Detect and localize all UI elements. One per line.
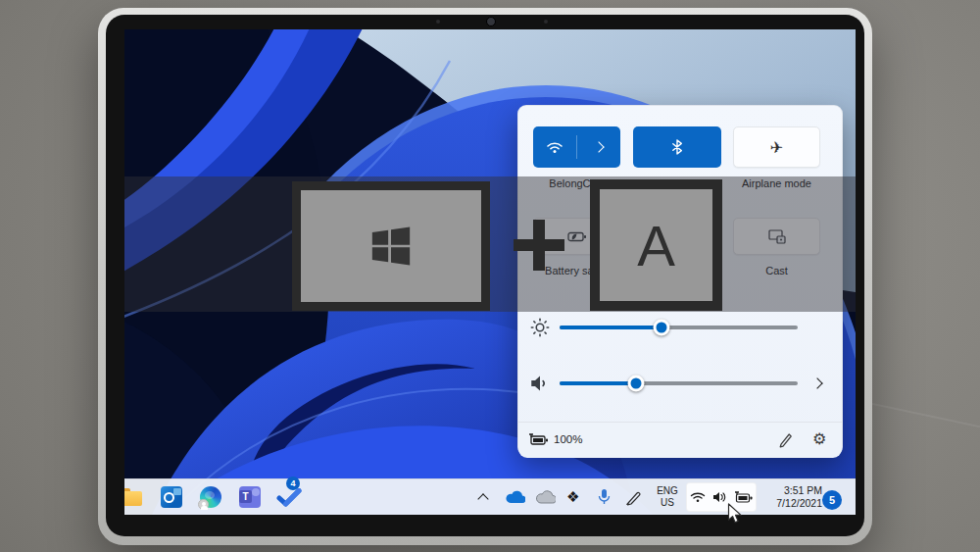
taskbar: T 4 ❖: [124, 478, 856, 515]
wifi-expand-chevron-icon[interactable]: [577, 126, 620, 168]
clock-date: 7/12/2021: [760, 497, 822, 510]
language-line2: US: [652, 497, 683, 509]
wifi-icon: [533, 126, 576, 168]
battery-charging-icon: [528, 433, 550, 447]
notification-badge[interactable]: 5: [822, 490, 842, 510]
scene: ✈ BelongC8D Airplane mode: [0, 0, 980, 552]
tablet-device: ✈ BelongC8D Airplane mode: [98, 8, 872, 545]
brightness-slider-fill: [560, 326, 662, 329]
front-camera: [486, 17, 496, 26]
todo-check-icon[interactable]: [276, 488, 302, 507]
volume-slider-fill: [560, 381, 636, 385]
tray-volume-icon: [712, 491, 727, 503]
ink-pen-icon[interactable]: [625, 489, 642, 506]
windows-logo-icon: [368, 224, 414, 269]
quick-settings-footer: 100% ⚙: [518, 422, 842, 458]
tray-battery-icon: [734, 491, 754, 504]
cloud-icon[interactable]: [535, 490, 556, 504]
volume-slider-knob[interactable]: [627, 376, 644, 392]
language-indicator[interactable]: ENG US: [652, 485, 683, 509]
windows-key-image: [292, 181, 490, 311]
todo-badge: 4: [286, 477, 300, 490]
edge-profile-avatar: [198, 499, 209, 510]
a-key-letter: A: [637, 213, 675, 278]
volume-expand-chevron-icon[interactable]: [811, 377, 822, 388]
airplane-icon: ✈: [770, 138, 783, 157]
settings-gear-icon[interactable]: ⚙: [812, 429, 826, 448]
edit-pencil-icon[interactable]: [777, 431, 794, 448]
sensor-dot: [436, 20, 440, 24]
volume-slider[interactable]: [560, 381, 798, 385]
outlook-icon[interactable]: [161, 486, 182, 508]
tray-wifi-icon: [690, 491, 706, 503]
edge-browser-icon[interactable]: [200, 486, 221, 508]
plus-sign: [533, 220, 545, 271]
teams-icon[interactable]: T: [239, 486, 261, 508]
volume-icon: [530, 374, 550, 393]
shortcut-overlay-band: [124, 176, 856, 312]
brightness-slider-knob[interactable]: [654, 320, 670, 336]
clock-time: 3:51 PM: [760, 484, 822, 497]
microphone-icon[interactable]: [598, 488, 611, 506]
brightness-icon: [530, 318, 550, 337]
wifi-button[interactable]: [533, 126, 620, 168]
a-key-image: A: [590, 179, 722, 311]
airplane-mode-button[interactable]: ✈: [733, 126, 820, 168]
quick-settings-tray-button[interactable]: [686, 482, 757, 512]
mouse-cursor: [727, 503, 745, 527]
file-explorer-icon[interactable]: [124, 488, 142, 506]
language-line1: ENG: [652, 485, 683, 497]
tray-overflow-chevron-icon[interactable]: [477, 493, 488, 504]
onedrive-icon[interactable]: [505, 490, 525, 504]
bluetooth-button[interactable]: [633, 126, 721, 168]
desktop-screen: ✈ BelongC8D Airplane mode: [124, 29, 856, 515]
battery-percent-label: 100%: [554, 433, 582, 445]
sensor-dot: [544, 20, 548, 24]
dropbox-icon[interactable]: ❖: [566, 488, 579, 506]
bluetooth-icon: [670, 139, 684, 155]
brightness-slider[interactable]: [560, 326, 798, 329]
clock[interactable]: 3:51 PM 7/12/2021: [760, 484, 822, 510]
